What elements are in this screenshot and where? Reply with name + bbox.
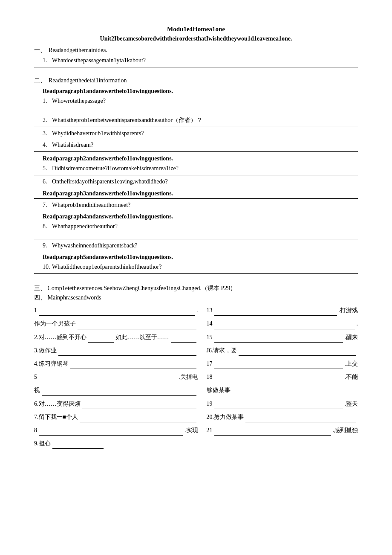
phrase-left-6: 6.对……变得厌烦 <box>34 398 198 409</box>
divider-1 <box>34 67 358 67</box>
phrase-right-14: 14 . <box>207 318 358 329</box>
phrase-right-18b: 够做某事 <box>207 385 358 395</box>
phrase-right-21: 21 .感到孤独 <box>207 425 358 436</box>
para5-header: Readparagraph5andanswerthefo11owingquest… <box>43 254 358 261</box>
phrase-left-1: 1 . <box>34 305 198 316</box>
section-three: 三、 Comp1etethesentences.SeehowZhengCheny… <box>34 285 358 292</box>
phrase-left-8: 8 .实现 <box>34 425 198 436</box>
phrase-left-9: 9.担心 <box>34 438 198 449</box>
phrase-left-2: 2.对……感到不开心 如此……以至于…… <box>34 332 198 343</box>
section-one-instruction: Readandgetthemainidea. <box>49 47 107 54</box>
section-three-text: Comp1etethesentences.SeehowZhengChenyusf… <box>48 285 236 291</box>
phrases-grid: 1 . 作为一个男孩子 2.对……感到不开心 如此……以至于…… 3.做作业 4… <box>34 305 358 451</box>
phrases-right-col: 13 .打游戏 14 . 15 .醒来 J6.请求，要 17 .上交 18 .不… <box>207 305 358 451</box>
section-four-text: Mainphrasesandwords <box>48 294 101 301</box>
phrase-left-4: 4.练习弹钢琴 <box>34 358 198 369</box>
question-2-8: 8. Whathappenedtotheauthor? <box>43 222 358 231</box>
divider-7 <box>34 273 358 274</box>
phrase-right-15: 15 .醒来 <box>207 332 358 343</box>
para1-header: Readparagraph1andanswerthefo11owingquest… <box>43 88 358 95</box>
question-2-2: 2. Whatistheprob1embetweenhisparentsandt… <box>43 116 358 125</box>
phrase-left-5b: 视 <box>34 385 198 395</box>
question-2-6: 6. Onthefirstdayofhisparents1eaving,what… <box>43 177 358 186</box>
question-2-7: 7. Whatprob1emdidtheauthormeet? <box>43 200 358 210</box>
section-one-num: 一、 <box>34 46 46 54</box>
question-2-4: 4. Whatishisdream? <box>43 140 358 150</box>
question-2-10: 10. Whatdidthecoup1eofparentsthinkofthea… <box>43 262 358 272</box>
phrase-right-13: 13 .打游戏 <box>207 305 358 316</box>
divider-3 <box>34 151 358 152</box>
phrase-right-19: 19 .整天 <box>207 398 358 409</box>
divider-6 <box>34 239 358 239</box>
page-title: Modu1e4Homea1one <box>34 26 358 33</box>
para3-header: Readparagraph3andanswerthefo11owingquest… <box>43 190 358 197</box>
divider-2 <box>34 127 358 127</box>
section-three-label: 三、 <box>34 285 46 291</box>
section-two-instruction: Readandgetthedetai1information <box>49 77 127 84</box>
phrase-right-18: 18 .不能 <box>207 372 358 382</box>
question-2-9: 9. Whywasheinneedofhisparentsback? <box>43 241 358 250</box>
divider-4 <box>34 175 358 175</box>
phrases-left-col: 1 . 作为一个男孩子 2.对……感到不开心 如此……以至于…… 3.做作业 4… <box>34 305 198 451</box>
section-four-label: 四、 <box>34 294 46 301</box>
section-two-num: 二、 <box>34 77 46 84</box>
divider-5 <box>34 198 358 199</box>
question-2-5: 5. Didhisdreamcometrue?Howtomakehisdream… <box>43 164 358 173</box>
phrase-left-1b: 作为一个男孩子 <box>34 318 198 329</box>
question-2-3: 3. Whydidhehavetroub1ewithhisparents? <box>43 129 358 138</box>
question-2-1: 1. Whowrotethepassage? <box>43 96 358 106</box>
section-four: 四、 Mainphrasesandwords <box>34 294 358 302</box>
phrase-left-7: 7.留下我一■个人 <box>34 412 198 422</box>
phrase-left-3: 3.做作业 <box>34 345 198 356</box>
phrase-left-5: 5 .关掉电 <box>34 372 198 382</box>
phrase-right-17: 17 .上交 <box>207 358 358 369</box>
phrase-right-16: J6.请求，要 <box>207 345 358 356</box>
phrase-right-20: 20.努力做某事 <box>207 412 358 422</box>
section-one-header: 一、 Readandgetthemainidea. <box>34 46 358 54</box>
question-1: 1. Whatdoesthepassagemain1yta1kabout? <box>43 56 358 65</box>
para4-header: Readparagraph4andanswerthefo11owingquest… <box>43 213 358 220</box>
section-two-header: 二、 Readandgetthedetai1information <box>34 77 358 84</box>
unit-title: Unit2IbecamesoboredwiththeirordersthatIw… <box>34 35 358 42</box>
para2-header: Readparagraph2andanswerthefo11owingquest… <box>43 155 358 162</box>
